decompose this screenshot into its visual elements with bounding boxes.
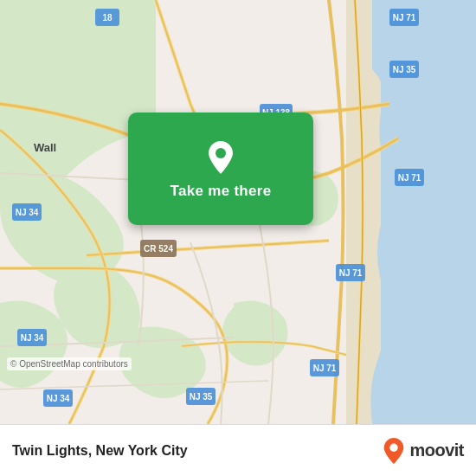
svg-text:NJ 35: NJ 35 — [393, 65, 416, 74]
map-container: NJ 71 NJ 35 NJ 138 NJ 13 18 NJ 71 NJ 71 … — [0, 0, 476, 424]
svg-text:NJ 34: NJ 34 — [21, 333, 44, 343]
place-name: Twin Lights, New York City — [12, 443, 373, 459]
svg-text:NJ 71: NJ 71 — [313, 363, 337, 373]
map-attribution: © OpenStreetMap contributors — [7, 357, 132, 370]
svg-text:NJ 71: NJ 71 — [339, 268, 363, 278]
moovit-text: moovit — [409, 441, 464, 460]
svg-text:CR 524: CR 524 — [144, 244, 173, 254]
take-me-there-label: Take me there — [170, 183, 272, 200]
svg-text:NJ 71: NJ 71 — [398, 173, 421, 183]
svg-text:18: 18 — [102, 13, 113, 23]
svg-point-31 — [390, 443, 398, 451]
svg-text:NJ 34: NJ 34 — [47, 394, 70, 403]
svg-text:NJ 34: NJ 34 — [16, 208, 39, 217]
bottom-bar: Twin Lights, New York City moovit — [0, 424, 476, 476]
take-me-there-card[interactable]: Take me there — [128, 113, 313, 225]
svg-text:Wall: Wall — [34, 141, 56, 154]
svg-text:NJ 35: NJ 35 — [190, 392, 213, 402]
moovit-logo-pin-icon — [382, 437, 406, 465]
svg-point-30 — [215, 148, 226, 158]
location-pin-icon — [202, 138, 240, 176]
moovit-logo: moovit — [382, 437, 464, 465]
svg-text:NJ 71: NJ 71 — [393, 13, 416, 23]
